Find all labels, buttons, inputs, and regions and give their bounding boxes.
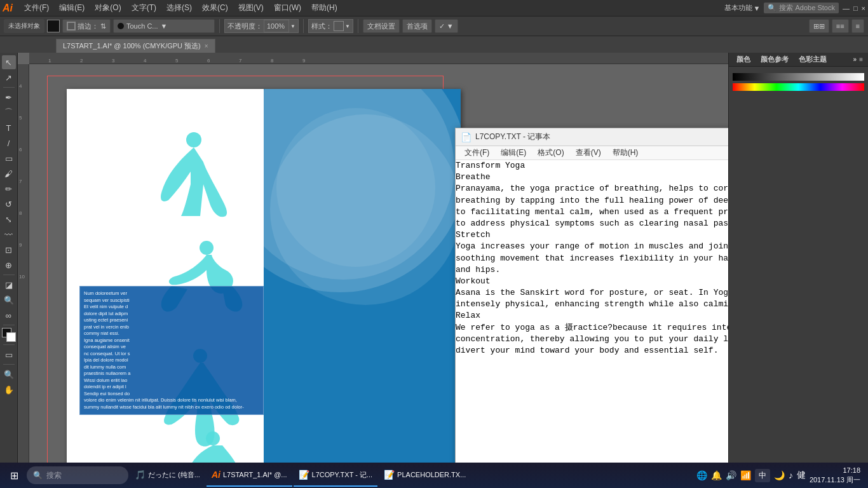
menu-object[interactable]: 对象(O) bbox=[90, 1, 126, 15]
minimize-icon[interactable]: — bbox=[843, 4, 850, 12]
separator-2 bbox=[303, 19, 304, 33]
touch-label: Touch C... bbox=[126, 22, 158, 30]
network-icon[interactable]: 🌐 bbox=[696, 470, 707, 480]
stroke-tool[interactable]: 描边： ⇅ bbox=[62, 19, 111, 33]
taskbar-notepad-app[interactable]: 📝 L7COPY.TXT - 记... bbox=[294, 464, 378, 487]
menu-effect[interactable]: 效果(C) bbox=[197, 1, 233, 15]
scale-tool[interactable]: ⤡ bbox=[2, 212, 16, 226]
align-button[interactable]: ≡≡ bbox=[832, 19, 849, 33]
direct-selection-tool[interactable]: ↗ bbox=[2, 71, 16, 85]
panel-expand-icon[interactable]: » bbox=[853, 56, 857, 63]
menu-view[interactable]: 视图(V) bbox=[233, 1, 269, 15]
notepad-textarea[interactable] bbox=[456, 160, 728, 470]
menu-select[interactable]: 选择(S) bbox=[161, 1, 197, 15]
rect-tool[interactable]: ▭ bbox=[2, 151, 16, 165]
curvature-tool[interactable]: ⌒ bbox=[2, 105, 16, 119]
search-stock-bar[interactable]: 🔍 搜索 Adobe Stock bbox=[764, 3, 838, 13]
color-panels-header[interactable]: 颜色 颜色参考 色彩主题 » ≡ bbox=[729, 53, 868, 67]
line-tool[interactable]: / bbox=[2, 136, 16, 150]
ruler-tick: 7 bbox=[239, 58, 241, 64]
menu-edit[interactable]: 编辑(E) bbox=[54, 1, 90, 15]
pen-tool[interactable]: ✒ bbox=[2, 90, 16, 104]
notepad-menu-view[interactable]: 查看(V) bbox=[571, 146, 606, 159]
opacity-control[interactable]: 不透明度： ▼ bbox=[224, 19, 299, 33]
taskbar-clock[interactable]: 17:18 2017.11.13 周一 bbox=[810, 466, 860, 485]
background-color[interactable] bbox=[6, 332, 16, 342]
illustrator-app-icon: Ai bbox=[212, 470, 220, 480]
deco-circle-1 bbox=[264, 89, 454, 280]
doc-settings-button[interactable]: 文档设置 bbox=[363, 19, 400, 33]
grid-view-button[interactable]: ⊞⊞ bbox=[809, 19, 829, 33]
style-control[interactable]: 样式： ▼ bbox=[308, 19, 353, 33]
screen-mode-toggle[interactable]: ▭ bbox=[2, 348, 16, 362]
taskbar-music-app[interactable]: 🎵 だったに (纯音... bbox=[130, 464, 205, 487]
taskbar-placeholder-app[interactable]: 📝 PLACEHOLDER.TX... bbox=[379, 464, 471, 487]
stroke-width-input[interactable]: Touch C... ▼ bbox=[113, 19, 215, 33]
hue-gradient-bar[interactable] bbox=[733, 83, 864, 91]
taskbar: ⊞ 🔍 搜索 🎵 だったに (纯音... Ai L7START_1.AI* @.… bbox=[0, 463, 868, 488]
menu-window[interactable]: 窗口(W) bbox=[269, 1, 306, 15]
stroke-label: 描边： bbox=[78, 22, 98, 31]
pencil-tool[interactable]: ✏ bbox=[2, 182, 16, 196]
color-themes-panel-tab[interactable]: 色彩主题 bbox=[796, 55, 829, 64]
eyedropper-tool[interactable]: 🔍 bbox=[2, 293, 16, 307]
notepad-menu-file[interactable]: 文件(F) bbox=[459, 146, 494, 159]
free-transform-tool[interactable]: ⊡ bbox=[2, 243, 16, 257]
top-right-icons: 基本功能 ▼ 🔍 搜索 Adobe Stock — □ × bbox=[724, 3, 865, 13]
notepad-title: 📄 L7COPY.TXT - 记事本 bbox=[461, 132, 550, 142]
selection-tool[interactable]: ↖ bbox=[2, 55, 16, 69]
workspace-selector[interactable]: 基本功能 ▼ bbox=[724, 3, 761, 13]
taskbar-right: 🌐 🔔 🔊 📶 中 🌙 ♪ 健 17:18 2017.11.13 周一 bbox=[696, 466, 865, 485]
volume-icon[interactable]: 🔊 bbox=[726, 470, 736, 480]
ime-keyboard-icon[interactable]: 健 bbox=[797, 470, 806, 481]
rotate-tool[interactable]: ↺ bbox=[2, 197, 16, 211]
extra-options-button[interactable]: ✓ ▼ bbox=[435, 19, 458, 33]
color-swatch-box[interactable] bbox=[2, 328, 16, 342]
notepad-menu-edit[interactable]: 编辑(E) bbox=[496, 146, 531, 159]
left-toolbox: ↖ ↗ ✒ ⌒ T / ▭ 🖌 ✏ ↺ ⤡ 〰 ⊡ ⊕ ◪ 🔍 ∞ ▭ 🔍 ✋ bbox=[0, 53, 18, 471]
zoom-tool[interactable]: 🔍 bbox=[2, 367, 16, 381]
menu-file[interactable]: 文件(F) bbox=[19, 1, 54, 15]
notepad-menu-format[interactable]: 格式(O) bbox=[532, 146, 569, 159]
paintbrush-tool[interactable]: 🖌 bbox=[2, 166, 16, 180]
notification-icon[interactable]: 🔔 bbox=[711, 470, 722, 480]
hand-tool[interactable]: ✋ bbox=[2, 383, 16, 396]
stroke-width-dropdown-icon: ▼ bbox=[161, 22, 168, 30]
opacity-input[interactable] bbox=[264, 20, 289, 32]
type-tool[interactable]: T bbox=[2, 121, 16, 135]
preferences-button[interactable]: 首选项 bbox=[402, 19, 432, 33]
ime-music-icon[interactable]: ♪ bbox=[789, 470, 793, 480]
placeholder-app-label: PLACEHOLDER.TX... bbox=[397, 471, 466, 478]
fill-swatch[interactable] bbox=[47, 20, 60, 32]
svg-point-0 bbox=[186, 132, 201, 147]
warp-tool[interactable]: 〰 bbox=[2, 227, 16, 241]
search-icon: 🔍 bbox=[33, 471, 43, 480]
toolbar: 未选择对象 描边： ⇅ Touch C... ▼ 不透明度： ▼ 样式： ▼ 文… bbox=[0, 16, 868, 36]
active-document-tab[interactable]: L7START_1.AI* @ 100% (CMYK/GPU 预选) × bbox=[56, 39, 215, 53]
tab-close-button[interactable]: × bbox=[205, 43, 208, 50]
color-guide-panel-tab[interactable]: 颜色参考 bbox=[758, 55, 791, 64]
ruler-tick: 7 bbox=[19, 179, 22, 184]
color-gradient-bar[interactable] bbox=[733, 73, 864, 81]
artboard[interactable]: Num doloreetum ver sequam ver suscipisti… bbox=[67, 89, 461, 471]
ime-moon-icon[interactable]: 🌙 bbox=[774, 470, 785, 480]
start-button[interactable]: ⊞ bbox=[3, 464, 25, 487]
taskbar-search[interactable]: 🔍 搜索 bbox=[27, 466, 128, 484]
canvas-content: Num doloreetum ver sequam ver suscipisti… bbox=[29, 64, 728, 471]
gradient-tool[interactable]: ◪ bbox=[2, 278, 16, 292]
color-panel-tab[interactable]: 颜色 bbox=[734, 55, 753, 64]
menu-help[interactable]: 帮助(H) bbox=[306, 1, 342, 15]
shape-builder-tool[interactable]: ⊕ bbox=[2, 258, 16, 272]
ruler-tick: 9 bbox=[302, 58, 305, 64]
more-button[interactable]: ≡ bbox=[851, 19, 864, 33]
taskbar-illustrator-app[interactable]: Ai L7START_1.AI* @... bbox=[207, 464, 292, 487]
close-icon[interactable]: × bbox=[862, 4, 865, 12]
wifi-icon[interactable]: 📶 bbox=[740, 470, 751, 480]
menu-text[interactable]: 文字(T) bbox=[126, 1, 161, 15]
notepad-window: 📄 L7COPY.TXT - 记事本 — □ × 文件(F) 编辑(E) 格式(… bbox=[455, 128, 728, 471]
restore-icon[interactable]: □ bbox=[853, 4, 858, 12]
language-indicator[interactable]: 中 bbox=[755, 469, 770, 482]
panel-menu-icon[interactable]: ≡ bbox=[859, 56, 863, 63]
notepad-menu-help[interactable]: 帮助(H) bbox=[607, 146, 644, 159]
blend-tool[interactable]: ∞ bbox=[2, 308, 16, 322]
